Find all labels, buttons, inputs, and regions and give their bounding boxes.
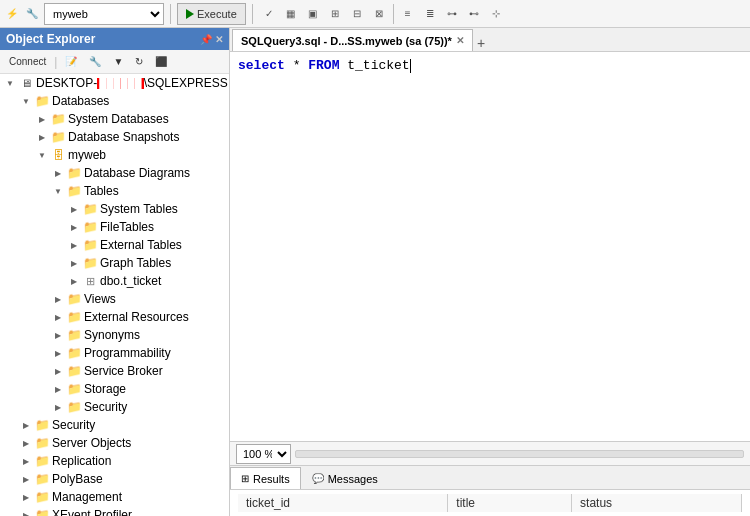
filetables-expander[interactable] (66, 219, 82, 235)
check-icon-btn[interactable]: ✓ (259, 4, 279, 24)
misc2-icon-btn[interactable]: ⊷ (464, 4, 484, 24)
system-tables-expander[interactable] (66, 201, 82, 217)
synonyms-label: Synonyms (84, 328, 140, 342)
tree-item-dbo-t-ticket[interactable]: ⊞ dbo.t_ticket (0, 272, 229, 290)
tree-item-security-db[interactable]: 📁 Security (0, 398, 229, 416)
tree-item-views[interactable]: 📁 Views (0, 290, 229, 308)
ext-resources-expander[interactable] (50, 309, 66, 325)
tree-item-programmability[interactable]: 📁 Programmability (0, 344, 229, 362)
tree-item-replication[interactable]: 📁 Replication (0, 452, 229, 470)
tree-item-myweb[interactable]: 🗄 myweb (0, 146, 229, 164)
tree-item-synonyms[interactable]: 📁 Synonyms (0, 326, 229, 344)
graph-tables-expander[interactable] (66, 255, 82, 271)
grid5-icon-btn[interactable]: ⊠ (369, 4, 389, 24)
grid2-icon-btn[interactable]: ▣ (303, 4, 323, 24)
tree-item-database-snapshots[interactable]: 📁 Database Snapshots (0, 128, 229, 146)
replication-expander[interactable] (18, 453, 34, 469)
synonyms-expander[interactable] (50, 327, 66, 343)
misc-icon-btn[interactable]: ⊶ (442, 4, 462, 24)
align-left-icon-btn[interactable]: ≡ (398, 4, 418, 24)
databases-expander[interactable] (18, 93, 34, 109)
storage-expander[interactable] (50, 381, 66, 397)
oe-filter-icon[interactable]: 🔧 (84, 53, 106, 70)
col-title: title (448, 494, 572, 512)
oe-filter2-icon[interactable]: ▼ (108, 53, 128, 70)
server-expander[interactable] (2, 75, 18, 91)
t-ticket-icon: ⊞ (82, 273, 98, 289)
close-panel-icon[interactable]: ✕ (215, 34, 223, 45)
external-tables-expander[interactable] (66, 237, 82, 253)
pin-icon[interactable]: 📌 (200, 34, 212, 45)
tree-item-security-top[interactable]: 📁 Security (0, 416, 229, 434)
database-dropdown[interactable]: mywebmastertempdb (44, 3, 164, 25)
security-top-expander[interactable] (18, 417, 34, 433)
panel-header-controls: 📌 ✕ (200, 34, 223, 45)
grid-icon-btn[interactable]: ▦ (281, 4, 301, 24)
filetables-icon: 📁 (82, 219, 98, 235)
tree-item-service-broker[interactable]: 📁 Service Broker (0, 362, 229, 380)
tree-item-databases[interactable]: 📁 Databases (0, 92, 229, 110)
tree-item-filetables[interactable]: 📁 FileTables (0, 218, 229, 236)
programmability-expander[interactable] (50, 345, 66, 361)
tree-item-xevent[interactable]: 📁 XEvent Profiler (0, 506, 229, 516)
messages-tab[interactable]: 💬 Messages (301, 467, 389, 489)
tree-item-system-databases[interactable]: 📁 System Databases (0, 110, 229, 128)
execute-label: Execute (197, 8, 237, 20)
programmability-label: Programmability (84, 346, 171, 360)
system-databases-icon: 📁 (50, 111, 66, 127)
new-tab-button[interactable]: + (477, 35, 485, 51)
results-tab[interactable]: ⊞ Results (230, 467, 301, 489)
zoom-dropdown[interactable]: 100 % (236, 444, 291, 464)
tree-item-storage[interactable]: 📁 Storage (0, 380, 229, 398)
management-label: Management (52, 490, 122, 504)
horizontal-scrollbar[interactable] (295, 450, 744, 458)
connect-button[interactable]: Connect (4, 53, 51, 70)
tree-item-polybase[interactable]: 📁 PolyBase (0, 470, 229, 488)
tree-item-server[interactable]: 🖥 DESKTOP-██████\SQLEXPRESS (S (0, 74, 229, 92)
col-status: status (572, 494, 742, 512)
myweb-expander[interactable] (34, 147, 50, 163)
tree-item-graph-tables[interactable]: 📁 Graph Tables (0, 254, 229, 272)
object-explorer-panel: Object Explorer 📌 ✕ Connect | 📝 🔧 ▼ ↻ ⬛ … (0, 28, 230, 516)
databases-folder-icon: 📁 (34, 93, 50, 109)
grid3-icon-btn[interactable]: ⊞ (325, 4, 345, 24)
tree-item-tables[interactable]: 📁 Tables (0, 182, 229, 200)
align-right-icon-btn[interactable]: ≣ (420, 4, 440, 24)
sql-tab-active[interactable]: SQLQuery3.sql - D...SS.myweb (sa (75))* … (232, 29, 473, 51)
snapshots-expander[interactable] (34, 129, 50, 145)
management-expander[interactable] (18, 489, 34, 505)
execute-button[interactable]: Execute (177, 3, 246, 25)
polybase-icon: 📁 (34, 471, 50, 487)
myweb-icon: 🗄 (50, 147, 66, 163)
oe-collapse-icon[interactable]: ⬛ (150, 53, 172, 70)
filetables-label: FileTables (100, 220, 154, 234)
tree-item-system-tables[interactable]: 📁 System Tables (0, 200, 229, 218)
tab-label: SQLQuery3.sql - D...SS.myweb (sa (75))* (241, 35, 452, 47)
oe-refresh-icon[interactable]: ↻ (130, 53, 148, 70)
sql-panel: SQLQuery3.sql - D...SS.myweb (sa (75))* … (230, 28, 750, 516)
grid4-icon-btn[interactable]: ⊟ (347, 4, 367, 24)
results-grid: ticket_id title status (230, 490, 750, 516)
views-expander[interactable] (50, 291, 66, 307)
tree-item-management[interactable]: 📁 Management (0, 488, 229, 506)
sql-editor[interactable]: select * FROM t_ticket (230, 52, 750, 441)
xevent-icon: 📁 (34, 507, 50, 516)
server-objects-expander[interactable] (18, 435, 34, 451)
col-ticket-id: ticket_id (238, 494, 448, 512)
tab-close-button[interactable]: ✕ (456, 35, 464, 46)
service-broker-expander[interactable] (50, 363, 66, 379)
diagrams-expander[interactable] (50, 165, 66, 181)
t-ticket-expander[interactable] (66, 273, 82, 289)
tree-item-external-tables[interactable]: 📁 External Tables (0, 236, 229, 254)
tree-item-db-diagrams[interactable]: 📁 Database Diagrams (0, 164, 229, 182)
polybase-expander[interactable] (18, 471, 34, 487)
misc3-icon-btn[interactable]: ⊹ (486, 4, 506, 24)
xevent-expander[interactable] (18, 507, 34, 516)
sql-select-keyword: select (238, 58, 285, 73)
system-databases-expander[interactable] (34, 111, 50, 127)
tree-item-server-objects[interactable]: 📁 Server Objects (0, 434, 229, 452)
oe-new-query-icon[interactable]: 📝 (60, 53, 82, 70)
tree-item-external-resources[interactable]: 📁 External Resources (0, 308, 229, 326)
security-db-expander[interactable] (50, 399, 66, 415)
tables-expander[interactable] (50, 183, 66, 199)
